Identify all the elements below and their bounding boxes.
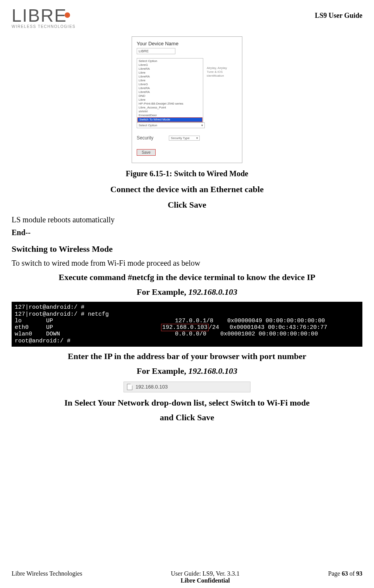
page-header: LIBRE WIRELESS TECHNOLOGIES LS9 User Gui… (12, 8, 362, 29)
figure-device-config: Your Device Name LIBRE Select Option Lib… (132, 36, 242, 163)
side-hint: Airplay, Airplay Tune & iOS identificati… (207, 66, 230, 78)
url-text: 192.168.0.103 (136, 384, 168, 390)
footer-center: User Guide: LS9, Ver. 3.3.1 Libre Confid… (171, 570, 239, 584)
list-item[interactable]: LibreG (137, 63, 203, 67)
switch-body: To switch to wired mode from Wi-Fi mode … (12, 259, 362, 268)
list-item[interactable]: shhhh! (137, 110, 203, 113)
security-label: Security (137, 135, 153, 141)
list-item[interactable]: Select Option (137, 59, 203, 63)
page-footer: Libre Wireless Technologies User Guide: … (12, 570, 362, 584)
list-item-selected[interactable]: Switch To Wired Mode (137, 117, 202, 122)
logo-subtitle: WIRELESS TECHNOLOGIES (12, 24, 75, 29)
list-item[interactable]: LibreRA (137, 86, 203, 90)
footer-page: Page 63 of 93 (328, 570, 362, 584)
network-listbox[interactable]: Select Option LibreG LibreRA Libre Libre… (137, 58, 203, 122)
device-name-label: Your Device Name (137, 41, 237, 46)
figure-caption: Figure 6.15-1: Switch to Wired Mode (12, 169, 362, 178)
chevron-down-icon: ▾ (201, 124, 203, 127)
select-network-instruction: In Select Your Network drop-down list, s… (12, 398, 362, 408)
list-item[interactable]: HP-Print-B8-Deskjet 2540 series (137, 102, 203, 106)
list-item[interactable]: LibreRA (137, 90, 203, 94)
end-marker: End-- (12, 228, 362, 237)
highlighted-ip: 192.168.0.103 (161, 324, 209, 331)
reboot-text: LS module reboots automatically (12, 215, 362, 224)
enter-ip-instruction: Enter the IP in the address bar of your … (12, 351, 362, 361)
and-click-save: and Click Save (12, 413, 362, 423)
list-item[interactable]: LibreG (137, 83, 203, 86)
section-heading: Switching to Wireless Mode (12, 244, 362, 254)
list-item[interactable]: EmeraldDeer (137, 113, 203, 117)
footer-left: Libre Wireless Technologies (12, 570, 82, 584)
terminal-output: 127|root@android:/ # 127|root@android:/ … (12, 302, 362, 347)
select-option-dropdown[interactable]: Select Option▾ (137, 122, 205, 128)
guide-title: LS9 User Guide (315, 12, 362, 20)
device-name-input[interactable]: LIBRE (137, 48, 175, 54)
list-item[interactable]: DND (137, 94, 203, 98)
list-item[interactable]: LibreRA (137, 67, 203, 71)
save-button[interactable]: Save (137, 149, 156, 156)
chevron-down-icon: ▾ (196, 136, 198, 140)
instruction-connect: Connect the device with an Ethernet cabl… (12, 184, 362, 194)
browser-address-bar[interactable]: 192.168.0.103 (124, 382, 250, 392)
logo-text: LIBRE (12, 8, 67, 24)
exec-command: Execute command #netcfg in the device te… (12, 272, 362, 282)
instruction-click-save: Click Save (12, 200, 362, 210)
logo: LIBRE WIRELESS TECHNOLOGIES (12, 8, 75, 29)
list-item[interactable]: Libre (137, 71, 203, 75)
list-item[interactable]: Libre (137, 79, 203, 83)
example-ip-line-2: For Example, 192.168.0.103 (12, 366, 362, 376)
page-icon (127, 384, 132, 390)
list-item[interactable]: Libre_Access_Point (137, 106, 203, 110)
example-ip-line: For Example, 192.168.0.103 (12, 287, 362, 297)
logo-dot-icon (65, 12, 70, 18)
list-item[interactable]: Libre (137, 98, 203, 102)
list-item[interactable]: LibreRA (137, 75, 203, 79)
security-type-dropdown[interactable]: Security Type▾ (169, 136, 200, 141)
